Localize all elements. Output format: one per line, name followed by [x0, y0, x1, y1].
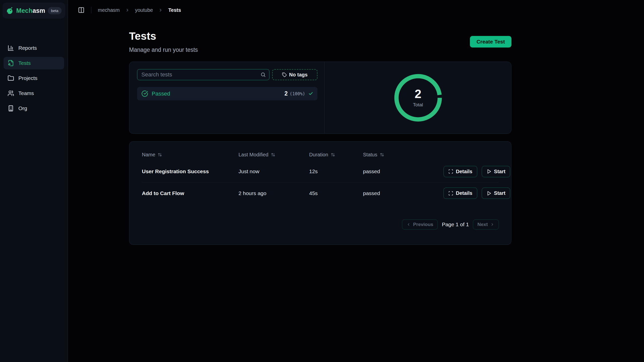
file-gear-icon: [8, 60, 14, 66]
page-subtitle: Manage and run your tests: [129, 46, 198, 53]
test-last-modified: 2 hours ago: [238, 190, 309, 196]
passed-label: Passed: [152, 90, 170, 97]
details-label: Details: [456, 190, 472, 196]
sidebar-item-label: Tests: [18, 60, 31, 66]
donut-total-value: 2: [415, 88, 421, 100]
sidebar-item-reports[interactable]: Reports: [4, 42, 64, 54]
circle-check-icon: [141, 90, 148, 97]
column-label: Name: [142, 152, 155, 158]
passed-summary-row[interactable]: Passed 2 (100%): [137, 87, 317, 100]
sidebar-item-label: Teams: [18, 90, 34, 96]
column-header-status[interactable]: Status: [363, 152, 444, 158]
next-label: Next: [477, 222, 488, 227]
column-label: Status: [363, 152, 377, 158]
sidebar-item-org[interactable]: Org: [4, 102, 64, 115]
details-button[interactable]: Details: [444, 188, 477, 199]
scan-icon: [448, 191, 453, 196]
topbar: mechasm youtube Tests: [68, 0, 644, 20]
breadcrumb-item-youtube[interactable]: youtube: [135, 7, 153, 13]
tags-filter-label: No tags: [289, 72, 307, 78]
details-label: Details: [456, 169, 472, 174]
bar-chart-icon: [8, 45, 14, 51]
chevron-right-icon: [490, 222, 494, 227]
column-label: Last Modified: [238, 152, 268, 158]
start-label: Start: [494, 190, 506, 196]
table-header-row: Name Last Modified Duration Status: [142, 149, 499, 161]
sidebar-nav: Reports Tests Projects Teams Org: [0, 42, 68, 115]
start-button[interactable]: Start: [482, 188, 510, 199]
start-label: Start: [494, 169, 506, 174]
sort-icon: [380, 153, 384, 157]
column-header-last-modified[interactable]: Last Modified: [238, 152, 309, 158]
play-icon: [487, 191, 492, 196]
topbar-divider: [91, 7, 91, 13]
column-header-name[interactable]: Name: [142, 152, 238, 158]
passed-percent: (100%): [290, 91, 305, 96]
page-title: Tests: [129, 30, 198, 42]
sidebar-item-label: Projects: [18, 75, 37, 81]
page-indicator: Page 1 of 1: [442, 221, 469, 228]
search-icon[interactable]: [260, 72, 266, 77]
robot-logo-icon: [6, 6, 14, 15]
main-content: Tests Manage and run your tests Create T…: [68, 20, 644, 245]
test-duration: 12s: [309, 168, 363, 174]
scan-icon: [448, 169, 453, 174]
sidebar-item-tests[interactable]: Tests: [4, 57, 64, 69]
breadcrumb: mechasm youtube Tests: [98, 7, 181, 13]
beta-badge: beta: [48, 7, 62, 14]
test-duration: 45s: [309, 190, 363, 196]
breadcrumb-item-tests: Tests: [168, 7, 181, 13]
users-icon: [8, 90, 14, 97]
start-button[interactable]: Start: [482, 166, 510, 177]
tag-icon: [282, 72, 287, 77]
table-row[interactable]: User Registration Success Just now 12s p…: [142, 161, 499, 182]
previous-page-button[interactable]: Previous: [402, 219, 438, 230]
create-test-button[interactable]: Create Test: [470, 36, 511, 48]
sort-icon: [271, 153, 275, 157]
details-button[interactable]: Details: [444, 166, 477, 177]
sidebar: Mechasm beta Reports Tests Projects Team…: [0, 0, 68, 362]
summary-panel-right: 2 Total: [325, 62, 511, 133]
brand-name: Mechasm: [16, 7, 45, 14]
sidebar-toggle-icon[interactable]: [78, 7, 85, 13]
sidebar-item-teams[interactable]: Teams: [4, 87, 64, 100]
table-row[interactable]: Add to Cart Flow 2 hours ago 45s passed …: [142, 182, 499, 204]
building-icon: [8, 105, 14, 112]
tests-table-panel: Name Last Modified Duration Status: [129, 141, 511, 245]
summary-panel-left: No tags Passed 2 (100%): [129, 62, 325, 133]
results-donut-chart: 2 Total: [392, 71, 445, 124]
previous-label: Previous: [413, 222, 433, 227]
breadcrumb-item-mechasm[interactable]: mechasm: [98, 7, 120, 13]
test-last-modified: Just now: [238, 168, 309, 174]
next-page-button[interactable]: Next: [473, 219, 499, 230]
test-status: passed: [363, 190, 444, 196]
chevron-right-icon: [125, 8, 130, 12]
pagination: Previous Page 1 of 1 Next: [142, 219, 499, 230]
page-header: Tests Manage and run your tests Create T…: [129, 30, 511, 53]
passed-count: 2: [285, 90, 288, 97]
brand-logo-card[interactable]: Mechasm beta: [3, 3, 65, 19]
play-icon: [487, 169, 492, 174]
test-name: User Registration Success: [142, 168, 238, 174]
sort-icon: [331, 153, 335, 157]
test-name: Add to Cart Flow: [142, 190, 238, 196]
tags-filter-chip[interactable]: No tags: [272, 69, 317, 80]
sidebar-item-projects[interactable]: Projects: [4, 72, 64, 84]
column-label: Duration: [309, 152, 328, 158]
chevron-left-icon: [407, 222, 411, 227]
search-input[interactable]: [137, 69, 269, 80]
chevron-right-icon: [158, 8, 163, 12]
folder-icon: [8, 75, 14, 81]
sidebar-item-label: Reports: [18, 45, 37, 51]
test-status: passed: [363, 168, 444, 174]
sort-icon: [158, 153, 162, 157]
sidebar-item-label: Org: [18, 105, 27, 111]
donut-total-label: Total: [413, 102, 423, 108]
column-header-duration[interactable]: Duration: [309, 152, 363, 158]
check-icon: [308, 91, 313, 96]
summary-panel: No tags Passed 2 (100%): [129, 62, 511, 134]
